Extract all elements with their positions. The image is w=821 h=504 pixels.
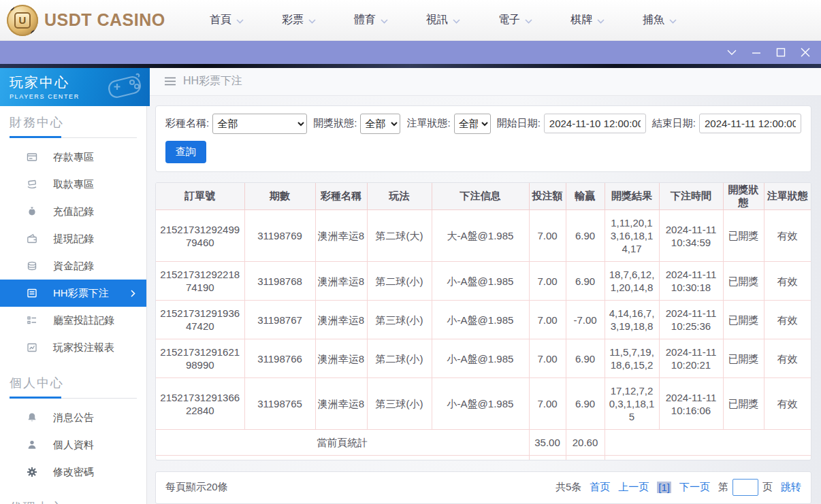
personal-menu: 消息公告 個人資料 修改密碼 — [0, 399, 146, 491]
close-icon[interactable] — [799, 46, 811, 58]
search-button[interactable]: 查詢 — [165, 141, 206, 163]
table-header-cell: 注單狀態 — [764, 183, 811, 210]
nav-item-home[interactable]: 首頁 — [210, 13, 244, 27]
sidebar-item-label: 資金記錄 — [53, 260, 94, 273]
sidebar-item-announcements[interactable]: 消息公告 — [0, 404, 146, 431]
bets-table-panel: 訂單號期數彩種名稱玩法下注信息投注額輸贏開獎結果下注時間開獎狀態注單狀態 215… — [155, 182, 811, 460]
cell-bet-amount: 7.00 — [529, 378, 566, 430]
cell-draw-status: 已開獎 — [723, 378, 764, 430]
end-date-input[interactable] — [699, 114, 801, 133]
chevron-down-icon — [597, 14, 605, 27]
cell-play-type: 第二球(大) — [367, 210, 432, 262]
brand-logo-icon: U — [7, 5, 38, 36]
app-window: U USDT CASINO 首頁 彩票 體育 視訊 電子 — [0, 0, 821, 504]
start-date-input[interactable] — [544, 114, 646, 133]
main-nav: 首頁 彩票 體育 視訊 電子 棋牌 — [210, 13, 677, 27]
sidebar: 玩家中心 PLAYERS CENTER 財務中心 存款專區 取款專區 — [0, 68, 147, 504]
cell-bet-info: 小-A盤@1.985 — [432, 262, 529, 301]
next-page-link[interactable]: 下一页 — [679, 481, 710, 494]
breadcrumb: HH彩票下注 — [147, 68, 821, 96]
nav-label: 體育 — [354, 13, 376, 27]
cell-period: 31198768 — [244, 262, 315, 301]
cell-lottery-name: 澳洲幸运8 — [315, 262, 367, 301]
cell-order-status: 有效 — [764, 339, 811, 378]
page-jump-input[interactable] — [733, 479, 758, 496]
cell-bet-amount: 7.00 — [529, 262, 566, 301]
brand[interactable]: U USDT CASINO — [0, 5, 172, 36]
money-bag-icon — [26, 206, 38, 217]
cell-win-loss: 6.90 — [566, 378, 605, 430]
table-header-cell: 開獎結果 — [605, 183, 659, 210]
cell-draw-status: 已開獎 — [723, 210, 764, 262]
sidebar-item-withdrawal-record[interactable]: 提現記錄 — [0, 225, 146, 252]
jump-suffix-text: 页 — [762, 481, 773, 494]
cell-play-type: 第二球(小) — [367, 339, 432, 378]
prev-page-link[interactable]: 上一页 — [618, 481, 649, 494]
sidebar-item-recharge-record[interactable]: 充值記錄 — [0, 198, 146, 225]
nav-label: 捕魚 — [643, 13, 664, 27]
cell-period: 31198769 — [244, 210, 315, 262]
hamburger-menu-icon[interactable] — [165, 77, 176, 86]
cell-order-id: 2152173129193647420 — [156, 301, 244, 339]
table-row: 2152173129136622840 31198765 澳洲幸运8 第三球(小… — [156, 378, 811, 430]
cell-bet-time: 2024-11-11 10:34:59 — [659, 210, 723, 262]
cell-draw-result: 17,12,7,20,3,1,18,15 — [605, 378, 659, 430]
cell-period: 31198767 — [244, 301, 315, 339]
cell-bet-time: 2024-11-11 10:16:06 — [659, 378, 723, 430]
order-status-select[interactable]: 全部 — [454, 114, 491, 134]
maximize-icon[interactable] — [775, 46, 787, 58]
cell-draw-result: 1,11,20,13,16,18,14,17 — [605, 210, 659, 262]
bets-table: 訂單號期數彩種名稱玩法下注信息投注額輸贏開獎結果下注時間開獎狀態注單狀態 215… — [156, 183, 811, 460]
table-row: 2152173129221874190 31198768 澳洲幸运8 第二球(小… — [156, 262, 811, 301]
sidebar-item-hall-bet-record[interactable]: 廳室投註記錄 — [0, 307, 146, 334]
sidebar-item-player-bet-report[interactable]: 玩家投注報表 — [0, 334, 146, 361]
sidebar-item-withdraw[interactable]: 取款專區 — [0, 171, 146, 198]
cell-bet-amount: 7.00 — [529, 339, 566, 378]
chevron-down-icon[interactable] — [726, 46, 738, 58]
nav-item-video[interactable]: 視訊 — [426, 13, 460, 27]
nav-item-fishing[interactable]: 捕魚 — [643, 13, 677, 27]
sidebar-item-deposit[interactable]: 存款專區 — [0, 144, 146, 171]
sidebar-item-hh-lottery-bets[interactable]: HH彩票下注 — [0, 280, 146, 307]
table-header-cell: 彩種名稱 — [315, 183, 367, 210]
first-page-link[interactable]: 首页 — [590, 481, 610, 494]
cell-order-status: 有效 — [764, 378, 811, 430]
section-title: 個人中心 — [10, 375, 137, 391]
draw-status-select[interactable]: 全部 — [360, 114, 400, 134]
top-header: U USDT CASINO 首頁 彩票 體育 視訊 電子 — [0, 0, 821, 41]
chevron-down-icon — [669, 14, 677, 27]
chevron-down-icon — [453, 14, 460, 27]
jump-button[interactable]: 跳转 — [781, 481, 801, 494]
nav-item-lottery[interactable]: 彩票 — [282, 13, 316, 27]
sidebar-item-label: 廳室投註記錄 — [53, 314, 114, 327]
lottery-select[interactable]: 全部 — [212, 114, 307, 134]
section-title: 財務中心 — [10, 114, 137, 131]
sidebar-item-change-password[interactable]: 修改密碼 — [0, 458, 146, 486]
cell-draw-status: 已開獎 — [723, 262, 764, 301]
cell-bet-time: 2024-11-11 10:20:21 — [659, 339, 723, 378]
main-content: HH彩票下注 彩種名稱: 全部 開獎狀態: 全部 注單狀態: 全部 開始日期: … — [147, 68, 821, 504]
nav-item-sports[interactable]: 體育 — [354, 13, 388, 27]
nav-item-slots[interactable]: 電子 — [498, 13, 532, 27]
cell-order-id: 2152173129221874190 — [156, 262, 244, 301]
table-row: 2152173129249979460 31198769 澳洲幸运8 第二球(大… — [156, 210, 811, 262]
cell-bet-time: 2024-11-11 10:25:36 — [659, 301, 723, 339]
section-underline — [10, 397, 137, 399]
sidebar-item-profile[interactable]: 個人資料 — [0, 431, 146, 458]
table-header-cell: 輸贏 — [566, 183, 605, 210]
cell-play-type: 第三球(小) — [367, 378, 432, 430]
total-summary-winloss: 20.60 — [566, 456, 605, 460]
list-icon — [26, 288, 38, 299]
sidebar-item-funds-record[interactable]: 資金記錄 — [0, 252, 146, 280]
coins-icon — [26, 261, 38, 271]
cell-win-loss: -7.00 — [566, 301, 605, 339]
cell-play-type: 第二球(小) — [367, 262, 432, 301]
chevron-down-icon — [381, 14, 388, 27]
cell-period: 31198766 — [244, 339, 315, 378]
nav-item-cards[interactable]: 棋牌 — [570, 13, 605, 27]
players-center-header: 玩家中心 PLAYERS CENTER — [0, 68, 150, 106]
cell-win-loss: 6.90 — [566, 339, 605, 378]
cell-bet-info: 大-A盤@1.985 — [432, 210, 529, 262]
minimize-icon[interactable] — [750, 46, 762, 58]
cell-order-id: 2152173129162198990 — [156, 339, 244, 378]
